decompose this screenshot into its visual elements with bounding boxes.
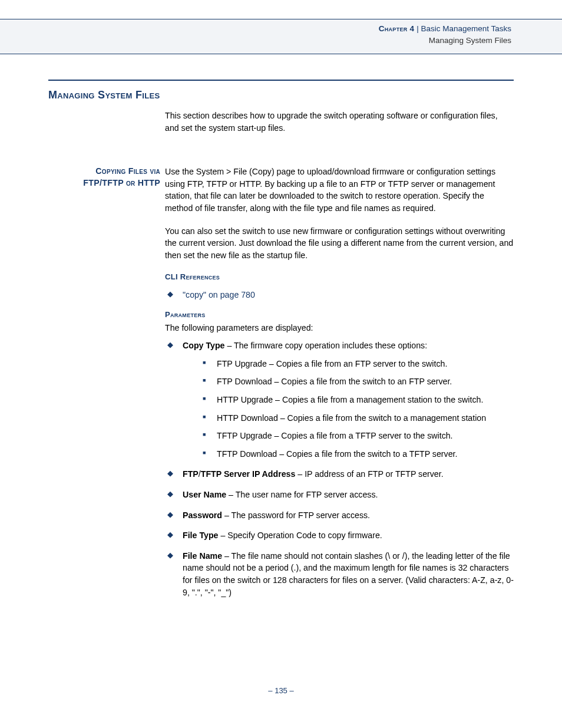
section-body: Use the System > File (Copy) page to upl…: [165, 166, 514, 607]
title-rule: [48, 80, 514, 81]
section-copying-files: Copying Files via FTP/TFTP or HTTP Use t…: [48, 166, 514, 607]
option-tftp-download: TFTP Download – Copies a file from the s…: [183, 448, 514, 460]
page-number: – 135 –: [0, 686, 562, 695]
param-copy-type: Copy Type – The firmware copy operation …: [165, 340, 514, 460]
param-password: Password – The password for FTP server a…: [165, 509, 514, 522]
side-heading-line2: FTP/TFTP or HTTP: [83, 178, 160, 187]
header-separator: |: [414, 24, 421, 33]
param-desc: – The file name should not contain slash…: [183, 551, 514, 597]
param-user-name: User Name – The user name for FTP server…: [165, 489, 514, 501]
param-label: Password: [183, 510, 222, 520]
side-heading: Copying Files via FTP/TFTP or HTTP: [48, 166, 165, 607]
option-ftp-download: FTP Download – Copies a file from the sw…: [183, 375, 514, 388]
param-label: File Name: [183, 551, 222, 561]
param-desc: – IP address of an FTP or TFTP server.: [295, 469, 443, 479]
parameters-intro: The following parameters are displayed:: [165, 322, 514, 334]
param-desc: – Specify Operation Code to copy firmwar…: [218, 531, 382, 540]
section-para1: Use the System > File (Copy) page to upl…: [165, 166, 514, 214]
param-desc: – The password for FTP server access.: [222, 510, 370, 520]
param-desc: – The user name for FTP server access.: [226, 490, 378, 499]
breadcrumb: Basic Management Tasks: [421, 24, 511, 33]
side-heading-line1: Copying Files via: [95, 166, 160, 176]
option-ftp-upgrade: FTP Upgrade – Copies a file from an FTP …: [183, 358, 514, 370]
page-title: Managing System Files: [48, 89, 514, 101]
param-label: User Name: [183, 490, 226, 499]
cli-reference-item: "copy" on page 780: [165, 289, 514, 301]
param-file-type: File Type – Specify Operation Code to co…: [165, 529, 514, 542]
parameters-list: Copy Type – The firmware copy operation …: [165, 340, 514, 598]
page-header: Chapter 4 | Basic Management Tasks Manag…: [0, 19, 562, 54]
param-file-name: File Name – The file name should not con…: [165, 550, 514, 598]
param-label: Copy Type: [183, 341, 224, 350]
param-label: File Type: [183, 531, 218, 540]
cli-references-heading: CLI References: [165, 272, 514, 283]
intro-paragraph: This section describes how to upgrade th…: [165, 110, 514, 134]
page-content: Managing System Files This section descr…: [48, 80, 514, 607]
param-desc: – The firmware copy operation includes t…: [224, 341, 427, 350]
chapter-label: Chapter 4: [379, 24, 415, 33]
cli-references-list: "copy" on page 780: [165, 289, 514, 301]
intro-block: This section describes how to upgrade th…: [165, 110, 514, 134]
cli-copy-link[interactable]: "copy" on page 780: [183, 290, 255, 299]
section-para2: You can also set the switch to use new f…: [165, 225, 514, 262]
option-http-download: HTTP Download – Copies a file from the s…: [183, 412, 514, 424]
parameters-heading: Parameters: [165, 309, 514, 321]
param-label-part2: TFTP Server IP Address: [201, 469, 296, 479]
copy-type-options: FTP Upgrade – Copies a file from an FTP …: [183, 358, 514, 460]
header-subtitle: Managing System Files: [0, 35, 511, 47]
option-http-upgrade: HTTP Upgrade – Copies a file from a mana…: [183, 394, 514, 406]
option-tftp-upgrade: TFTP Upgrade – Copies a file from a TFTP…: [183, 430, 514, 442]
param-server-ip: FTP/TFTP Server IP Address – IP address …: [165, 468, 514, 480]
param-label-part1: FTP: [183, 469, 199, 479]
